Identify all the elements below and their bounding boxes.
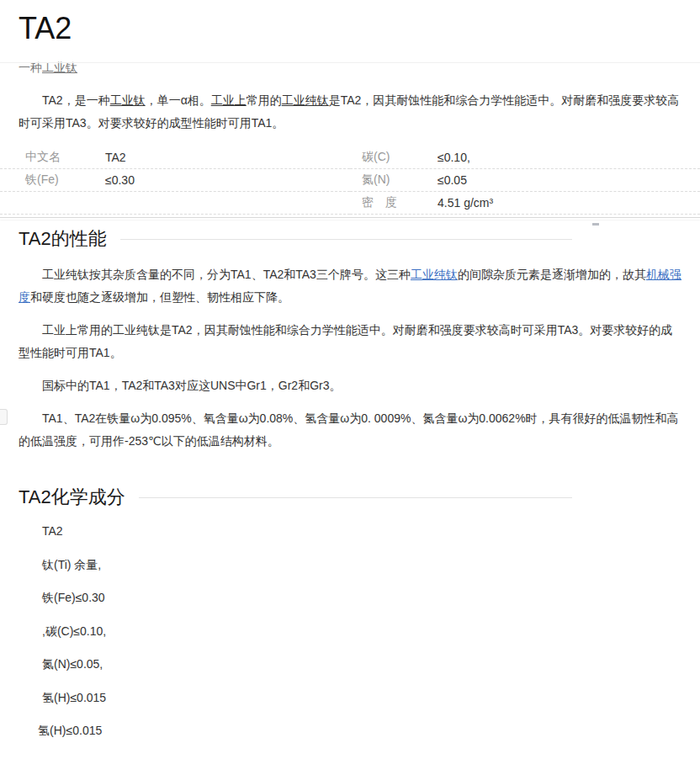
page-subtitle: 一种工业钛: [19, 59, 681, 76]
infobox-label: 密 度: [362, 195, 438, 210]
performance-paragraph-3: 国标中的TA1，TA2和TA3对应这UNS中Gr1，Gr2和Gr3。: [19, 374, 681, 397]
infobox-row-density: 密 度 4.51 g/cm³: [350, 192, 700, 215]
infobox-label: 氮(N): [362, 172, 438, 188]
chem-line-hydrogen-2: 氢(H)≤0.015: [19, 719, 681, 743]
section-performance: TA2的性能 工业纯钛按其杂质含量的不同，分为TA1、TA2和TA3三个牌号。这…: [19, 226, 681, 453]
edit-marker-dash: [592, 223, 599, 226]
performance-text: 的间隙杂质元素是逐渐增加的，故其: [458, 268, 646, 281]
chem-line-titanium: 钛(Ti) 余量,: [19, 554, 681, 577]
infobox-row-carbon: 碳(C) ≤0.10,: [350, 146, 700, 169]
section-divider: [0, 217, 700, 220]
page-title: TA2: [19, 12, 681, 45]
infobox-value: TA2: [105, 151, 126, 164]
infobox-row-nitrogen: 氮(N) ≤0.05: [350, 169, 700, 192]
infobox-row-chinese-name: 中文名 TA2: [0, 146, 350, 169]
infobox-label: 铁(Fe): [25, 172, 105, 188]
section-chemistry: TA2化学成分 TA2 钛(Ti) 余量, 铁(Fe)≤0.30 ,碳(C)≤0…: [19, 485, 681, 759]
chem-line-oxygen: ,氧(O)≤0.25。: [19, 753, 681, 759]
link-industrial-pure-titanium[interactable]: 工业纯钛: [411, 268, 458, 281]
section-chemistry-title: TA2化学成分: [19, 485, 125, 510]
side-panel-tab[interactable]: [0, 409, 8, 425]
link-industrial-titanium[interactable]: 工业钛: [110, 93, 146, 107]
article-page: TA2 一种工业钛 TA2，是一种工业钛，单一α相。工业上常用的工业纯钛是TA2…: [0, 12, 700, 759]
infobox-label: 中文名: [25, 150, 105, 165]
infobox-value: 4.51 g/cm³: [438, 196, 493, 210]
infobox-row-iron: 铁(Fe) ≤0.30: [0, 169, 350, 192]
link-industry[interactable]: 工业上: [211, 93, 247, 107]
infobox: 中文名 TA2 碳(C) ≤0.10, 铁(Fe) ≤0.30 氮(N) ≤0.…: [0, 146, 700, 215]
heading-rule: [120, 239, 572, 240]
intro-text: 常用的: [247, 93, 282, 107]
infobox-value: ≤0.05: [438, 173, 467, 187]
chem-line-iron: 铁(Fe)≤0.30: [19, 586, 681, 610]
infobox-value: ≤0.10,: [438, 151, 470, 164]
section-performance-title: TA2的性能: [19, 226, 107, 252]
chem-line-nitrogen: 氮(N)≤0.05,: [19, 653, 681, 677]
performance-text: 和硬度也随之逐级增加，但塑性、韧性相应下降。: [30, 290, 289, 304]
heading-rule: [139, 497, 572, 498]
intro-text: ，单一α相。: [146, 93, 211, 107]
chem-line-ta2: TA2: [19, 520, 681, 544]
performance-paragraph-1: 工业纯钛按其杂质含量的不同，分为TA1、TA2和TA3三个牌号。这三种工业纯钛的…: [19, 263, 681, 309]
infobox-label: 碳(C): [362, 150, 438, 165]
performance-paragraph-4: TA1、TA2在铁量ω为0.095%、氧含量ω为0.08%、氢含量ω为0. 00…: [19, 407, 681, 453]
link-industrial-pure-titanium[interactable]: 工业纯钛: [282, 93, 329, 107]
infobox-row-empty: [0, 192, 350, 215]
chem-line-hydrogen-1: 氢(H)≤0.015: [19, 687, 681, 710]
title-divider: [0, 62, 700, 63]
infobox-value: ≤0.30: [105, 173, 135, 187]
section-chemistry-header: TA2化学成分: [19, 485, 572, 510]
section-performance-header: TA2的性能: [19, 226, 572, 252]
intro-paragraph: TA2，是一种工业钛，单一α相。工业上常用的工业纯钛是TA2，因其耐蚀性能和综合…: [19, 89, 681, 135]
performance-paragraph-2: 工业上常用的工业纯钛是TA2，因其耐蚀性能和综合力学性能适中。对耐磨和强度要求较…: [19, 319, 681, 364]
intro-text: TA2，是一种: [42, 93, 110, 107]
chem-line-carbon: ,碳(C)≤0.10,: [19, 620, 681, 644]
performance-text: 工业纯钛按其杂质含量的不同，分为TA1、TA2和TA3三个牌号。这三种: [42, 268, 411, 281]
